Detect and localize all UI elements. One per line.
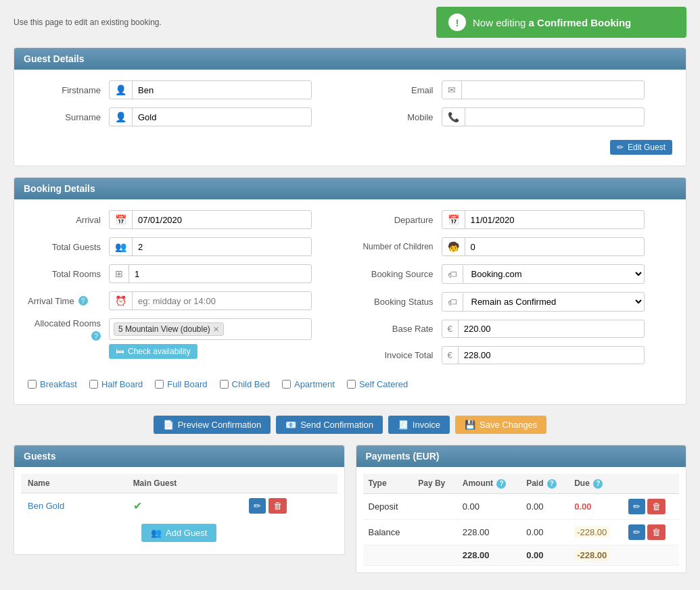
alert-banner: ! Now editing a Confirmed Booking [436,7,686,38]
booking-source-select-group[interactable]: 🏷 Booking.com Direct Expedia Phone Walk-… [442,264,645,284]
payment-type-balance: Balance [363,520,413,545]
total-rooms-input-group[interactable]: ⊞ [109,264,312,283]
edit-payment-deposit-button[interactable]: ✏ [628,499,645,514]
page-description: Use this page to edit an existing bookin… [14,18,162,27]
arrival-time-input-group[interactable]: ⏰ [109,291,312,310]
action-buttons-row: 📄 Preview Confirmation 📧 Send Confirmati… [14,416,686,434]
firstname-label: Firstname [28,85,109,95]
delete-payment-balance-button[interactable]: 🗑 [647,524,666,540]
invoice-total-input-group[interactable]: € [442,346,645,364]
base-rate-row: Base Rate € [360,320,673,338]
preview-confirmation-button[interactable]: 📄 Preview Confirmation [154,416,271,434]
paid-help-icon[interactable]: ? [547,479,557,489]
edit-guest-row-button[interactable]: ✏ [249,498,266,514]
email-icon: ✉ [442,81,462,99]
booking-source-label: Booking Source [360,269,442,279]
check-availability-button[interactable]: 🛏 Check availability [109,344,197,359]
email-input[interactable] [462,82,644,99]
base-rate-input-group[interactable]: € [442,320,645,338]
save-changes-button[interactable]: 💾 Save Changes [455,416,546,434]
selfcatered-checkbox[interactable] [347,380,356,389]
email-input-group[interactable]: ✉ [442,80,645,99]
apartment-checkbox[interactable] [282,380,291,389]
allocated-rooms-tags[interactable]: 5 Mountain View (double) ✕ [109,318,312,340]
table-row: Ben Gold ✔ ✏ 🗑 [21,493,337,519]
booking-details-right: Departure 📅 Number of Children 🧒 [360,210,673,372]
children-input-group[interactable]: 🧒 [442,237,645,256]
allocated-rooms-help-icon[interactable]: ? [91,331,101,341]
invoice-total-label: Invoice Total [360,350,442,360]
base-rate-input[interactable] [459,320,644,337]
edit-guest-button[interactable]: ✏ Edit Guest [610,140,672,155]
tag-icon: 🏷 [442,266,463,283]
add-guest-button[interactable]: 👥 Add Guest [141,524,216,542]
delete-guest-row-button[interactable]: 🗑 [269,498,287,514]
booking-source-select[interactable]: Booking.com Direct Expedia Phone Walk-in [463,265,644,283]
guest-name-link[interactable]: Ben Gold [28,501,64,511]
mobile-input-group[interactable]: 📞 [442,107,645,126]
col-name: Name [21,474,126,493]
mobile-input[interactable] [465,109,644,126]
arrival-time-help-icon[interactable]: ? [78,296,88,305]
guest-actions-cell: ✏ 🗑 [246,493,337,518]
guests-table: Name Main Guest Ben Gold [21,474,337,518]
guest-details-right: Email ✉ Mobile 📞 [360,80,673,134]
departure-input-group[interactable]: 📅 [442,210,645,229]
due-help-icon[interactable]: ? [593,479,603,489]
meal-options-row: Breakfast Half Board Full Board Child Be… [28,379,672,389]
breakfast-checkbox[interactable] [28,380,37,389]
payments-body: Type Pay By Amount ? Paid ? [356,467,686,572]
allocated-rooms-section: 5 Mountain View (double) ✕ 🛏 Check avail… [109,318,312,359]
send-confirmation-button[interactable]: 📧 Send Confirmation [276,416,383,434]
booking-status-select[interactable]: Remain as Confirmed Confirmed Cancelled … [463,293,644,311]
send-icon: 📧 [285,420,296,430]
calendar-icon: 📅 [110,211,133,228]
total-guests-input[interactable] [133,239,311,255]
payment-row-total: 228.00 0.00 -228.00 [363,545,680,566]
fullboard-checkbox[interactable] [155,380,164,389]
arrival-input-group[interactable]: 📅 [109,210,312,229]
arrival-input[interactable] [133,212,311,228]
booking-status-select-group[interactable]: 🏷 Remain as Confirmed Confirmed Cancelle… [442,292,645,312]
edit-payment-balance-button[interactable]: ✏ [628,524,645,540]
surname-input[interactable] [133,109,311,126]
guest-details-left: Firstname 👤 Surname 👤 [28,80,360,134]
payment-amount-deposit: 0.00 [457,493,521,520]
col-actions-h [623,474,679,493]
clock-icon: ⏰ [110,292,133,310]
total-guests-input-group[interactable]: 👥 [109,237,312,256]
alert-icon: ! [448,14,466,31]
payment-due-balance: -228.00 [569,520,623,545]
guest-details-card: Guest Details Firstname 👤 Surname 👤 [14,47,686,166]
halfboard-checkbox[interactable] [89,380,98,389]
add-guest-wrapper: 👥 Add Guest [21,524,337,542]
allocated-rooms-label: Allocated Rooms ? [28,318,109,341]
invoice-button[interactable]: 🧾 Invoice [388,416,450,434]
payment-paid-balance: 0.00 [521,520,569,545]
invoice-total-input[interactable] [459,347,644,364]
col-pay-by: Pay By [413,474,457,493]
invoice-icon: 🧾 [398,420,409,430]
delete-payment-deposit-button[interactable]: 🗑 [647,499,666,514]
children-input[interactable] [465,239,644,255]
amount-help-icon[interactable]: ? [496,479,506,489]
base-rate-label: Base Rate [360,324,442,334]
selfcatered-checkbox-item: Self Catered [347,379,408,389]
email-row: Email ✉ [360,80,673,99]
payments-panel: Payments (EUR) Type Pay By Amount ? [356,445,687,584]
payment-paid-deposit: 0.00 [521,493,569,520]
childbed-checkbox[interactable] [220,380,229,389]
surname-input-group[interactable]: 👤 [109,107,312,126]
booking-details-card: Booking Details Arrival 📅 Total Guests [14,177,686,405]
fullboard-checkbox-item: Full Board [155,379,207,389]
arrival-time-input[interactable] [133,293,311,310]
breakfast-checkbox-item: Breakfast [28,379,77,389]
departure-input[interactable] [465,212,644,228]
firstname-input-group[interactable]: 👤 [109,80,312,99]
total-rooms-label: Total Rooms [28,269,109,279]
payment-payby-balance [413,520,457,545]
room-tag-remove[interactable]: ✕ [213,325,219,334]
firstname-input[interactable] [133,82,311,99]
main-guest-cell: ✔ [126,493,247,519]
total-rooms-input[interactable] [129,266,311,282]
